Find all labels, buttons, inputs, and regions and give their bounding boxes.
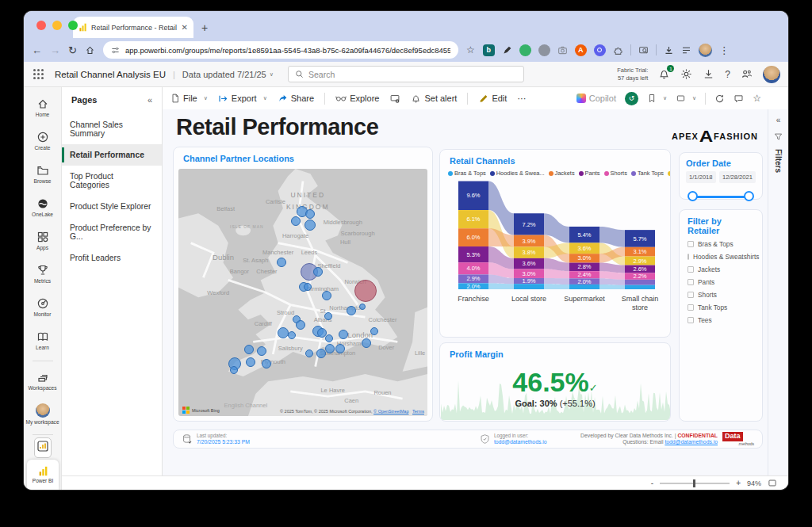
close-window-button[interactable] [36, 21, 46, 30]
legend-item-jackets[interactable]: Jackets [549, 170, 575, 177]
file-menu[interactable]: File∨ [170, 94, 208, 103]
waffle-menu-icon[interactable] [33, 69, 44, 79]
rail-item-workspaces[interactable]: Workspaces [25, 365, 60, 397]
retailer-option-tank-tops[interactable]: Tank Tops [680, 301, 762, 314]
settings-gear-icon[interactable] [680, 68, 692, 80]
extensions-puzzle-icon[interactable] [613, 45, 623, 55]
map-bubble[interactable] [316, 349, 326, 358]
ribbon-chart[interactable]: 9.6%6.1%6.0%5.3%4.0%2.9%2.0%7.2%3.9%3.8%… [441, 178, 669, 321]
email-link[interactable]: todd@datamethods.io [665, 439, 718, 445]
checkbox[interactable] [688, 317, 694, 323]
zoom-slider[interactable] [660, 483, 730, 484]
browser-tab[interactable]: Retail Performance - Retail Ch ✕ [73, 17, 193, 38]
map-bubble[interactable] [313, 267, 323, 277]
extension-indigo-icon[interactable] [594, 44, 606, 56]
extension-camera-icon[interactable] [557, 45, 568, 55]
export-menu[interactable]: Export∨ [218, 94, 267, 104]
retailer-option-bras-tops[interactable]: Bras & Tops [680, 238, 762, 250]
browser-profile-avatar[interactable] [699, 44, 712, 57]
bookmarks-button[interactable]: ∨ [647, 94, 667, 103]
map-bubble[interactable] [305, 349, 313, 357]
checkbox[interactable] [688, 279, 694, 285]
map-bubble[interactable] [322, 291, 331, 300]
legend-item-pants[interactable]: Pants [579, 170, 600, 177]
new-tab-button[interactable]: + [201, 21, 208, 34]
page-item-product-style-explorer[interactable]: Product Style Explorer [62, 196, 162, 217]
map-bubble[interactable] [246, 357, 255, 367]
zoom-in-button[interactable]: + [736, 479, 741, 487]
map-bubble[interactable] [230, 366, 238, 374]
extension-powerbi-icon[interactable]: b [483, 44, 495, 56]
rail-item-home[interactable]: Home [25, 92, 60, 124]
page-item-product-preference-by-g[interactable]: Product Preference by G... [62, 217, 162, 247]
reload-icon[interactable]: ↻ [68, 44, 77, 56]
inspect-icon[interactable] [638, 45, 649, 55]
map-bubble[interactable] [257, 346, 266, 356]
checkbox[interactable] [688, 266, 694, 273]
home-icon[interactable] [85, 45, 95, 55]
map-bubble[interactable] [291, 216, 301, 226]
legend-item-shorts[interactable]: Shorts [604, 170, 627, 177]
map-bubble[interactable] [305, 209, 315, 219]
back-icon[interactable]: ← [32, 44, 42, 56]
ribbon-segment-tank[interactable] [625, 280, 655, 285]
rail-item-browse[interactable]: Browse [25, 158, 60, 190]
osm-link[interactable]: © OpenStreetMap [373, 409, 408, 414]
retailer-option-tees[interactable]: Tees [680, 314, 762, 327]
zoom-slider-thumb[interactable] [693, 479, 695, 487]
workspace-title[interactable]: Retail Channel Analysis EU [55, 70, 166, 79]
map-bubble[interactable] [347, 306, 356, 315]
ribbon-segment-bras[interactable] [514, 284, 544, 289]
retailer-option-jackets[interactable]: Jackets [680, 263, 762, 276]
page-item-profit-leaders[interactable]: Profit Leaders [62, 247, 162, 269]
rail-item-learn[interactable]: Learn [25, 325, 60, 357]
share-feedback-icon[interactable] [741, 68, 753, 80]
present-button[interactable] [389, 94, 400, 104]
map-bubble[interactable] [325, 334, 333, 342]
page-item-top-product-categories[interactable]: Top Product Categories [62, 166, 162, 196]
powerbi-app-switcher[interactable]: Power BI [27, 460, 59, 490]
legend-item-tank[interactable]: Tank Tops [631, 170, 664, 177]
map-bubble[interactable] [304, 220, 316, 231]
end-date-input[interactable]: 12/28/2021 [719, 171, 756, 183]
map-bubble[interactable] [324, 312, 332, 320]
map-bubble[interactable] [288, 331, 296, 339]
rail-item-my-workspace[interactable]: My workspace [25, 399, 60, 430]
address-bar[interactable]: app.powerbi.com/groups/me/reports/1e8591… [103, 41, 458, 59]
zoom-out-button[interactable]: - [651, 479, 653, 487]
user-avatar[interactable] [763, 66, 780, 83]
set-alert-button[interactable]: Set alert [411, 94, 457, 104]
site-settings-icon[interactable] [111, 46, 120, 55]
map-bubble[interactable] [362, 338, 371, 348]
more-options-button[interactable]: ⋯ [517, 94, 526, 104]
view-menu[interactable]: ∨ [676, 94, 696, 103]
help-icon[interactable]: ? [725, 69, 730, 80]
terms-link[interactable]: Terms [412, 409, 424, 414]
ribbon-segment-bras[interactable] [625, 285, 655, 289]
rail-item-metrics[interactable]: Metrics [25, 258, 60, 290]
legend-item-tees[interactable]: Tees [668, 170, 670, 177]
global-search-input[interactable]: Search [288, 66, 524, 82]
copilot-button[interactable]: Copilot [576, 94, 616, 103]
filters-pane-collapsed[interactable]: « Filters [768, 109, 788, 475]
checkbox[interactable] [688, 292, 694, 298]
start-date-input[interactable]: 1/1/2018 [686, 171, 716, 183]
checkbox[interactable] [688, 241, 694, 247]
map-bubble[interactable] [296, 320, 305, 330]
map-bubble[interactable] [335, 344, 345, 353]
bookmark-star-icon[interactable]: ☆ [466, 44, 475, 55]
rail-item-monitor[interactable]: Monitor [25, 292, 60, 323]
rail-item-apps[interactable]: Apps [25, 225, 60, 257]
checkbox[interactable] [688, 254, 689, 260]
retailer-option-hoodies-sweatshirts[interactable]: Hoodies & Sweatshirts [680, 250, 762, 263]
bing-map[interactable]: Microsoft Bing © 2025 TomTom, © 2025 Mic… [178, 169, 427, 416]
chevron-down-icon[interactable]: ∨ [270, 71, 274, 78]
date-range-slider[interactable] [688, 191, 754, 202]
map-bubble[interactable] [370, 327, 378, 335]
data-updated-label[interactable]: Data updated 7/21/25 [182, 70, 266, 79]
comments-icon[interactable] [733, 94, 744, 104]
map-bubble[interactable] [325, 344, 335, 353]
slider-handle-end[interactable] [744, 191, 754, 201]
page-item-retail-performance[interactable]: Retail Performance [62, 144, 162, 166]
extension-pen-icon[interactable] [502, 45, 512, 55]
